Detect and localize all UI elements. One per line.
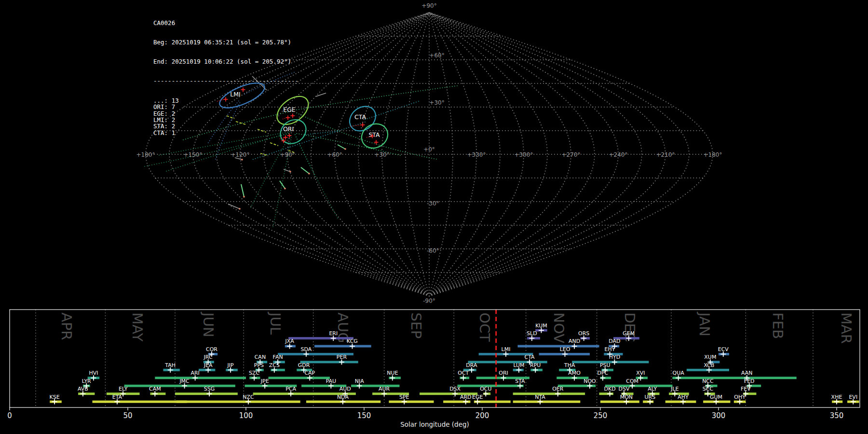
meteor-trail: [280, 181, 285, 189]
shower-code-label: PAU: [326, 378, 337, 384]
shower-bar-ARI: ARI: [155, 370, 246, 380]
shower-bar-RPU: RPU: [530, 362, 542, 373]
shower-code-label: SZC: [249, 370, 260, 376]
activity-bar: [176, 401, 300, 403]
shower-bar-SLD: SLD: [527, 330, 540, 341]
shower-bar-MON: MON: [600, 394, 639, 405]
month-label-MAR: MAR: [838, 312, 854, 344]
shower-code-label: KUM: [535, 323, 547, 329]
activity-bar: [518, 345, 599, 347]
equator-ra-label: +180°: [136, 151, 155, 158]
trail-endpoint-dot: [239, 208, 241, 210]
shower-bar-URS: URS: [643, 394, 655, 405]
shower-code-label: ARD: [460, 394, 472, 400]
shower-bar-NUE: NUE: [387, 370, 401, 380]
x-axis-title: Solar longitude (deg): [400, 420, 469, 428]
shower-code-label: OCT: [458, 370, 469, 376]
shower-code-label: EVI: [849, 394, 857, 400]
shower-code-label: TAH: [164, 362, 176, 368]
begin-time: Beg: 20251019 06:35:21 (sol = 205.78°): [153, 39, 298, 45]
count-line: ...: 13: [153, 97, 298, 104]
declination-label: +60°: [429, 52, 444, 59]
count-line: EGE: 2: [153, 110, 298, 117]
count-line: CTA: 1: [153, 130, 298, 136]
shower-code-label: CTA: [524, 354, 535, 360]
shower-code-label: AUR: [379, 386, 390, 392]
shower-bar-ZCS: ZCS: [269, 362, 285, 373]
shower-code-label: EHY: [605, 346, 615, 353]
month-label-APR: APR: [58, 312, 75, 340]
shower-bar-JXA: JXA: [285, 338, 295, 349]
shower-counts: ...: 13ORI: 7EGE: 2LMI: 2STA: 2CTA: 1: [153, 97, 298, 136]
equator-ra-label: +300°: [515, 151, 533, 158]
equator-ra-label: +0°: [423, 146, 435, 153]
shower-code-label: COM: [626, 378, 638, 384]
shower-code-label: DSV: [619, 386, 630, 392]
shower-code-label: JEA: [203, 362, 213, 368]
shower-code-label: SLD: [527, 330, 537, 337]
shower-bar-TAH: TAH: [163, 362, 180, 373]
shower-code-label: GDR: [298, 362, 310, 368]
shower-code-label: CAN: [255, 354, 266, 360]
activity-bar: [314, 345, 371, 347]
equator-ra-label: +120°: [231, 151, 250, 158]
shower-code-label: GUM: [710, 394, 722, 400]
trail-endpoint-dot: [344, 148, 346, 150]
shower-code-label: ORI: [499, 370, 508, 376]
month-label-OCT: OCT: [476, 312, 493, 342]
shower-code-label: DAD: [609, 338, 620, 344]
shower-code-label: ETA: [112, 394, 122, 400]
month-label-JUN: JUN: [200, 312, 217, 337]
shower-code-label: QUA: [673, 370, 685, 376]
shower-code-label: PCA: [285, 386, 296, 392]
shower-code-label: XCB: [704, 362, 714, 368]
shower-code-label: MON: [620, 394, 633, 400]
shower-bar-NOO: NOO: [558, 378, 596, 389]
shower-code-label: PSU: [600, 362, 610, 368]
shower-code-label: ORS: [578, 330, 589, 337]
x-tick-label: 300: [712, 411, 726, 420]
x-tick-label: 0: [7, 411, 12, 420]
shower-bar-LEO: LEO: [539, 346, 590, 357]
declination-label: -60°: [427, 247, 439, 254]
shower-code-label: ECV: [718, 346, 729, 353]
shower-bar-DPC: DPC: [597, 370, 611, 380]
trail-endpoint-dot: [289, 171, 291, 173]
shower-bar-QUA: QUA: [672, 370, 684, 380]
shower-bar-EGE: EGE: [472, 394, 511, 405]
shower-bar-NZC: NZC: [176, 394, 300, 405]
shower-code-label: ZCS: [269, 362, 280, 368]
equator-ra-label: +90°: [280, 151, 295, 158]
activity-bar: [124, 385, 235, 387]
shower-bar-ELY: ELY: [107, 386, 140, 396]
trail-endpoint-dot: [284, 188, 286, 190]
shower-code-label: STA: [515, 378, 525, 384]
shower-bar-AHY: AHY: [665, 394, 696, 405]
shower-code-label: JMC: [179, 378, 190, 384]
meteor-path-arc: [295, 135, 338, 218]
plot-canvas: LMIEGEORICTASTA+90°-90°+180°+150°+120°+9…: [0, 0, 868, 434]
shower-code-label: FAN: [273, 354, 283, 360]
activity-bar: [572, 361, 649, 363]
x-tick-label: 200: [475, 411, 489, 420]
pole-label-south: -90°: [423, 298, 435, 304]
activity-bar: [684, 377, 797, 379]
equator-ra-label: +30°: [374, 151, 389, 158]
shower-code-label: JIP: [227, 362, 234, 368]
grid-meridian: [406, 13, 429, 296]
equator-ra-label: +330°: [467, 151, 486, 158]
shower-bar-HYD: HYD: [572, 354, 649, 365]
shower-code-label: HVI: [89, 370, 98, 376]
activity-bar: [600, 401, 639, 403]
shower-code-label: PPS: [254, 362, 264, 368]
shower-code-label: CAM: [149, 386, 161, 392]
app-root: LMIEGEORICTASTA+90°-90°+180°+150°+120°+9…: [0, 0, 868, 434]
radiant-label: STA: [368, 131, 380, 138]
declination-label: +30°: [429, 99, 444, 106]
end-time: End: 20251019 10:06:22 (sol = 205.92°): [153, 58, 298, 65]
shower-code-label: ERI: [329, 330, 338, 337]
activity-bar: [389, 401, 434, 403]
declination-label: -30°: [427, 200, 439, 207]
shower-code-label: SSG: [204, 386, 215, 392]
shower-code-label: FED: [744, 378, 755, 384]
